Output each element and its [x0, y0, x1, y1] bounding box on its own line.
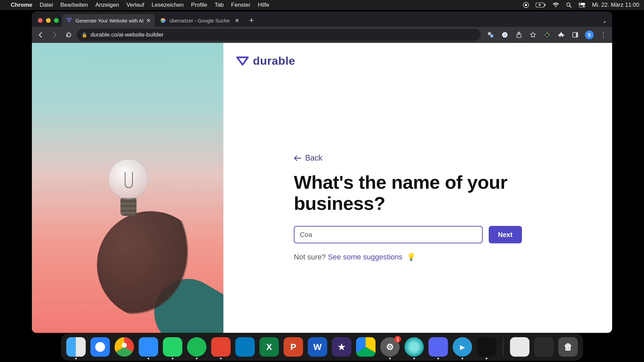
page-viewport: durable Back What's the name of your bus…	[32, 43, 612, 333]
see-suggestions-link[interactable]: See some suggestions	[328, 253, 402, 261]
google-favicon-icon	[160, 17, 166, 23]
svg-rect-20	[576, 33, 578, 37]
window-zoom-button[interactable]	[54, 18, 59, 23]
bookmark-star-icon[interactable]	[527, 29, 539, 41]
dock-excel[interactable]: X	[260, 337, 279, 357]
lock-icon: 🔒	[82, 32, 87, 38]
dock-quicktime[interactable]: ▸	[453, 337, 472, 357]
wizard-step: Back What's the name of your business? N…	[294, 154, 522, 261]
hero-image	[32, 43, 223, 333]
menu-fenster[interactable]: Fenster	[231, 2, 251, 8]
dock-audio-app[interactable]	[477, 337, 496, 357]
dock-whatsapp[interactable]	[163, 337, 182, 357]
dock-imovie[interactable]: ★	[332, 337, 352, 357]
sidepanel-icon[interactable]	[569, 29, 581, 41]
durable-logo-icon	[236, 56, 249, 66]
window-minimize-button[interactable]	[46, 18, 51, 23]
dock-word[interactable]: W	[308, 337, 327, 357]
dock-trash[interactable]: 🗑	[558, 337, 578, 357]
menubar-app-name[interactable]: Chrome	[11, 2, 32, 8]
svg-point-1	[525, 4, 527, 6]
menu-hilfe[interactable]: Hilfe	[258, 2, 269, 8]
tabs-overflow-icon[interactable]: ⌄	[602, 18, 612, 27]
dock-system-settings[interactable]: ⚙	[380, 337, 400, 357]
tab-close-icon[interactable]: ✕	[235, 17, 239, 24]
menu-profile[interactable]: Profile	[191, 2, 207, 8]
svg-point-8	[580, 3, 581, 5]
svg-rect-3	[545, 4, 545, 6]
dock-chrome[interactable]	[115, 337, 134, 357]
tab-close-icon[interactable]: ✕	[146, 17, 151, 24]
svg-rect-14	[490, 35, 493, 38]
dock-separator	[503, 338, 503, 356]
step-heading: What's the name of your business?	[294, 172, 522, 214]
content-column: durable Back What's the name of your bus…	[223, 43, 612, 333]
dock-app-generic-1[interactable]	[510, 337, 530, 357]
back-button[interactable]: Back	[294, 154, 322, 163]
address-bar[interactable]: 🔒 durable.co/ai-website-builder	[77, 29, 481, 41]
business-name-input[interactable]	[294, 226, 483, 243]
dock-trello[interactable]	[235, 337, 255, 357]
dock-app-generic-2[interactable]	[534, 337, 554, 357]
menu-anzeigen[interactable]: Anzeigen	[95, 2, 119, 8]
extensions-puzzle-icon[interactable]	[555, 29, 567, 41]
macos-menubar: Chrome Datei Bearbeiten Anzeigen Verlauf…	[0, 0, 644, 10]
suggestions-row: Not sure? See some suggestions 💡	[294, 253, 522, 261]
tab-active[interactable]: Generate Your Website with AI ✕	[62, 14, 155, 27]
dock-finder[interactable]	[66, 337, 86, 357]
tabstrip: Generate Your Website with AI ✕ übersetz…	[32, 11, 612, 27]
svg-rect-18	[545, 33, 549, 37]
google-search-icon[interactable]: G	[499, 29, 511, 41]
profile-avatar[interactable]: S	[583, 29, 595, 41]
dock-safari[interactable]	[91, 337, 110, 357]
menu-datei[interactable]: Datei	[40, 2, 53, 8]
svg-rect-13	[488, 32, 491, 35]
hero-lightbulb	[108, 159, 149, 223]
not-sure-text: Not sure?	[294, 253, 328, 261]
browser-toolbar: 🔒 durable.co/ai-website-builder G	[32, 27, 612, 43]
tab-inactive[interactable]: übersetzer - Google Suche ✕	[156, 14, 243, 27]
extension-color-icon[interactable]	[541, 29, 553, 41]
durable-favicon-icon	[66, 17, 72, 23]
avatar-initial: S	[585, 31, 594, 39]
status-battery-icon[interactable]	[536, 3, 546, 7]
menu-bearbeiten[interactable]: Bearbeiten	[60, 2, 88, 8]
menu-tab[interactable]: Tab	[215, 2, 224, 8]
nav-back-button[interactable]	[35, 29, 47, 41]
new-tab-button[interactable]: +	[245, 16, 258, 27]
status-record-icon[interactable]	[523, 2, 529, 8]
tab-title: Generate Your Website with AI	[75, 18, 144, 23]
dock-todoist[interactable]	[211, 337, 231, 357]
brand-logo[interactable]: durable	[236, 54, 599, 67]
svg-point-9	[583, 6, 584, 7]
svg-point-12	[162, 20, 164, 21]
url-text: durable.co/ai-website-builder	[91, 32, 163, 38]
dock-google-drive[interactable]	[356, 337, 376, 357]
dock-powerpoint[interactable]: P	[284, 337, 303, 357]
translate-icon[interactable]	[485, 29, 497, 41]
chrome-menu-button[interactable]: ⋮	[597, 29, 609, 41]
lightbulb-icon: 💡	[407, 253, 416, 261]
svg-line-5	[570, 6, 572, 8]
menu-verlauf[interactable]: Verlauf	[126, 2, 144, 8]
menubar-clock[interactable]: Mi. 22. März 11:00	[592, 2, 639, 8]
menu-lesezeichen[interactable]: Lesezeichen	[152, 2, 183, 8]
dock-spotify[interactable]	[187, 337, 207, 357]
svg-text:G: G	[503, 33, 506, 37]
status-control-center-icon[interactable]	[579, 3, 585, 7]
nav-reload-button[interactable]	[63, 29, 75, 41]
share-icon[interactable]	[513, 29, 525, 41]
next-button[interactable]: Next	[489, 226, 522, 243]
dock-discord[interactable]	[429, 337, 448, 357]
dock-app-circle[interactable]	[405, 337, 424, 357]
nav-forward-button[interactable]	[49, 29, 61, 41]
tab-title: übersetzer - Google Suche	[169, 18, 232, 23]
window-close-button[interactable]	[38, 18, 43, 23]
status-wifi-icon[interactable]	[552, 3, 559, 7]
window-controls	[36, 18, 62, 27]
chrome-window: Generate Your Website with AI ✕ übersetz…	[32, 11, 612, 333]
input-row: Next	[294, 226, 522, 243]
back-label: Back	[305, 154, 322, 163]
dock-zoom[interactable]	[139, 337, 158, 357]
status-spotlight-icon[interactable]	[566, 2, 572, 8]
